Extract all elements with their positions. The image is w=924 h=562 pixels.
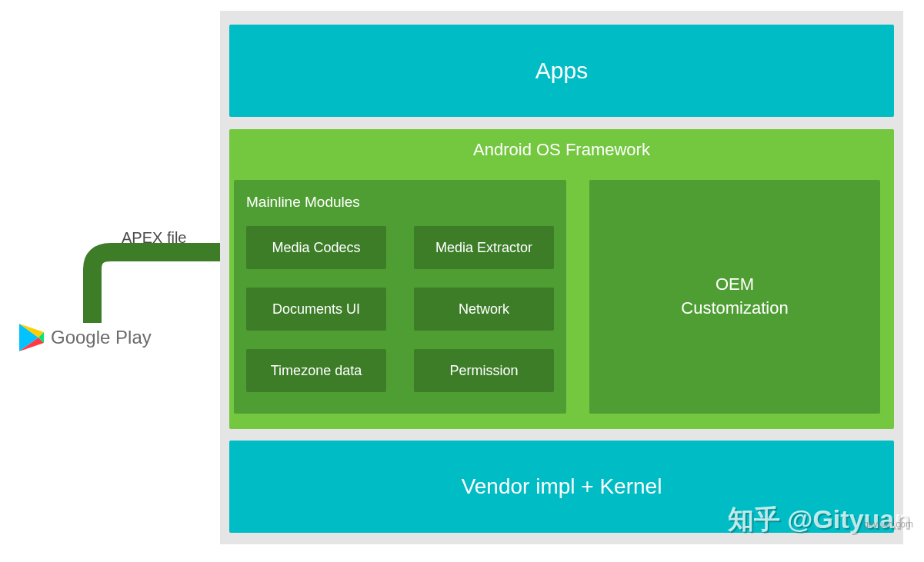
oem-customization-label: OEM Customization xyxy=(681,273,788,321)
mainline-modules-grid: Media Codecs Media Extractor Documents U… xyxy=(246,226,554,392)
mainline-modules-box: Mainline Modules Media Codecs Media Extr… xyxy=(234,180,566,414)
framework-body: Mainline Modules Media Codecs Media Extr… xyxy=(234,180,880,414)
mainline-modules-title: Mainline Modules xyxy=(246,194,554,211)
architecture-stage: Apps Android OS Framework Mainline Modul… xyxy=(220,11,903,544)
apps-layer: Apps xyxy=(229,25,894,117)
vendor-kernel-label: Vendor impl + Kernel xyxy=(462,474,662,499)
framework-layer: Android OS Framework Mainline Modules Me… xyxy=(229,129,894,429)
google-play-label: Google Play xyxy=(51,327,152,348)
module-media-extractor: Media Extractor xyxy=(414,226,554,269)
apps-layer-label: Apps xyxy=(535,58,588,84)
module-documents-ui: Documents UI xyxy=(246,288,386,331)
module-permission: Permission xyxy=(414,349,554,392)
module-media-codecs: Media Codecs xyxy=(246,226,386,269)
google-play-icon xyxy=(18,323,45,352)
oem-customization-box: OEM Customization xyxy=(589,180,880,414)
module-timezone-data: Timezone data xyxy=(246,349,386,392)
framework-title: Android OS Framework xyxy=(229,129,894,160)
module-network: Network xyxy=(414,288,554,331)
vendor-kernel-layer: Vendor impl + Kernel xyxy=(229,441,894,533)
